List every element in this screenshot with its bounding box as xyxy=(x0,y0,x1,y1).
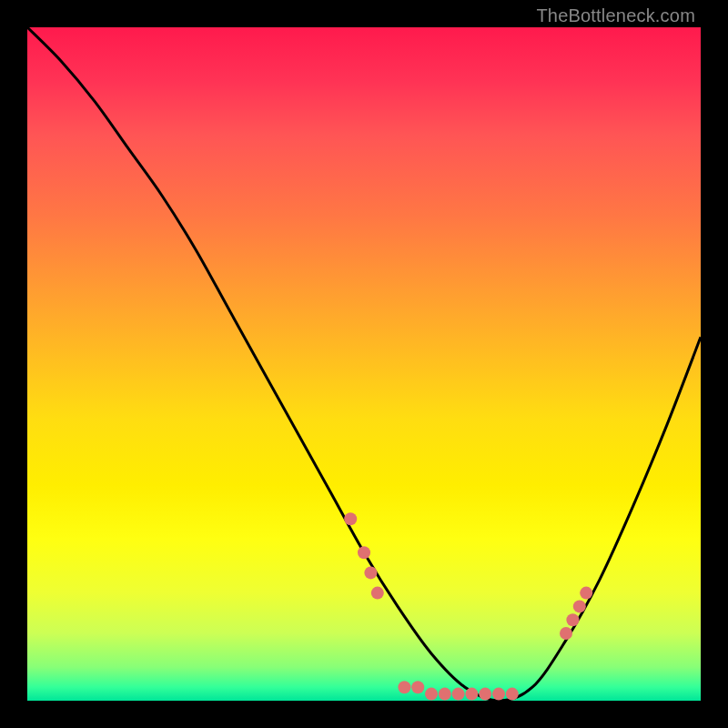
data-marker xyxy=(573,600,586,612)
data-marker xyxy=(411,681,424,693)
chart-container: TheBottleneck.com xyxy=(0,0,728,728)
data-marker xyxy=(560,627,572,640)
data-marker xyxy=(358,546,370,559)
data-marker xyxy=(344,512,357,525)
data-marker xyxy=(439,688,451,701)
data-marker xyxy=(580,587,592,600)
data-marker xyxy=(492,688,505,701)
data-marker xyxy=(479,688,491,701)
data-marker xyxy=(425,688,438,701)
data-marker xyxy=(506,688,519,701)
data-marker xyxy=(465,688,478,701)
data-marker xyxy=(452,688,465,701)
watermark-text: TheBottleneck.com xyxy=(536,5,695,26)
bottleneck-curve xyxy=(27,27,701,701)
data-marker xyxy=(364,566,377,579)
data-marker xyxy=(398,681,410,693)
plot-area xyxy=(27,27,701,701)
data-marker xyxy=(371,587,384,600)
data-marker xyxy=(566,613,579,626)
